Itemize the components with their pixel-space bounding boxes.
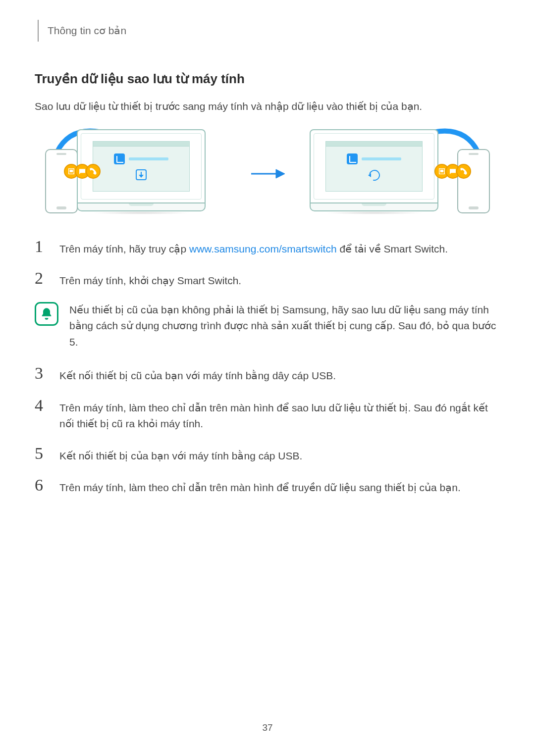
step-text: Kết nối thiết bị của bạn với máy tính bằ… — [59, 445, 302, 464]
call-icon — [86, 164, 101, 179]
step-1: 1 Trên máy tính, hãy truy cập www.samsun… — [35, 238, 500, 257]
laptop-icon — [310, 129, 438, 211]
section-title: Truyền dữ liệu sao lưu từ máy tính — [35, 71, 500, 87]
diagram-backup — [47, 129, 235, 218]
arrow-right-icon — [245, 168, 290, 180]
smartswitch-app-icon — [347, 153, 358, 164]
svg-marker-2 — [276, 169, 285, 178]
step-number: 5 — [35, 445, 50, 462]
page-number: 37 — [0, 722, 535, 733]
data-icons-cluster — [64, 164, 101, 179]
transfer-diagram — [35, 129, 500, 218]
restore-icon — [369, 169, 379, 180]
breadcrumb: Thông tin cơ bản — [38, 20, 500, 42]
download-icon — [136, 169, 147, 180]
step-text: Kết nối thiết bị cũ của bạn với máy tính… — [59, 365, 336, 384]
old-phone-icon — [45, 149, 78, 213]
smartswitch-link[interactable]: www.samsung.com/smartswitch — [189, 243, 337, 254]
new-phone-icon — [457, 149, 490, 213]
breadcrumb-text: Thông tin cơ bản — [48, 25, 126, 36]
step-3: 3 Kết nối thiết bị cũ của bạn với máy tí… — [35, 365, 500, 384]
step-number: 6 — [35, 477, 50, 494]
step-2: 2 Trên máy tính, khởi chạy Smart Switch. — [35, 270, 500, 289]
step-text: Trên máy tính, khởi chạy Smart Switch. — [59, 270, 241, 289]
smartswitch-app-icon — [114, 153, 125, 164]
step-4: 4 Trên máy tính, làm theo chỉ dẫn trên m… — [35, 397, 500, 432]
step-text: Trên máy tính, hãy truy cập www.samsung.… — [59, 238, 448, 257]
call-icon — [456, 164, 471, 179]
intro-text: Sao lưu dữ liệu từ thiết bị trước sang m… — [35, 99, 500, 114]
diagram-restore — [300, 129, 488, 218]
step-number: 1 — [35, 238, 50, 255]
note-text: Nếu thiết bị cũ của bạn không phải là th… — [69, 302, 500, 351]
step-text: Trên máy tính, làm theo chỉ dẫn trên màn… — [59, 477, 461, 496]
note-callout: Nếu thiết bị cũ của bạn không phải là th… — [35, 302, 500, 351]
note-bell-icon — [35, 302, 58, 326]
step-6: 6 Trên máy tính, làm theo chỉ dẫn trên m… — [35, 477, 500, 496]
step-number: 3 — [35, 365, 50, 382]
step-5: 5 Kết nối thiết bị của bạn với máy tính … — [35, 445, 500, 464]
step-number: 2 — [35, 270, 50, 287]
step-number: 4 — [35, 397, 50, 414]
data-icons-cluster — [434, 164, 471, 179]
step-text: Trên máy tính, làm theo chỉ dẫn trên màn… — [59, 397, 500, 432]
